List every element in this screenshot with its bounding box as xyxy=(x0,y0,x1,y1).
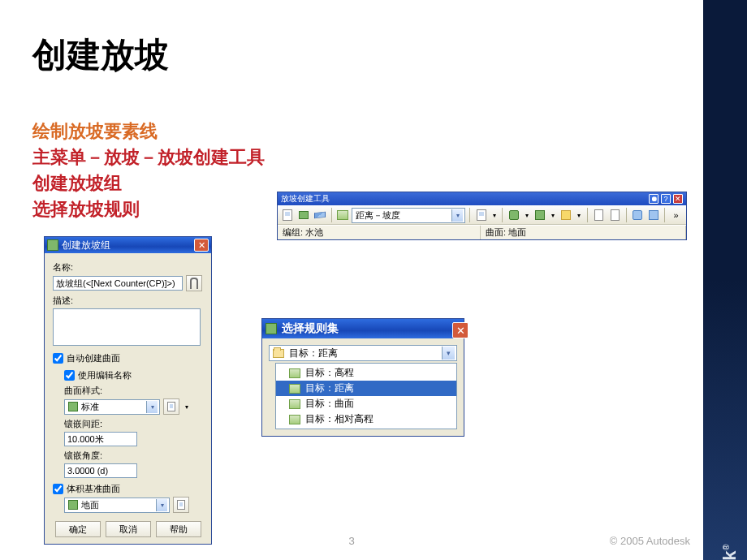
ruleset-item-selected[interactable]: 目标：距离 xyxy=(276,381,456,396)
auto-surface-check[interactable] xyxy=(53,353,63,364)
auto-surface-checkbox[interactable]: 自动创建曲面 xyxy=(53,352,203,364)
status-surface: 曲面: 地面 xyxy=(481,226,686,239)
tool-btn-6[interactable] xyxy=(608,208,622,222)
surface-style-label: 曲面样式: xyxy=(64,385,203,397)
tool-btn-7[interactable] xyxy=(631,208,645,222)
ruleset-item-label: 目标：曲面 xyxy=(305,397,354,411)
surface-style-combo[interactable]: 标准 ▾ xyxy=(64,399,160,415)
folder-icon xyxy=(273,349,284,358)
tool-btn-3[interactable] xyxy=(533,208,547,222)
use-edit-name-label: 使用编辑名称 xyxy=(78,369,132,381)
ruleset-item-label: 目标：高程 xyxy=(305,366,354,380)
close-icon[interactable]: ✕ xyxy=(194,239,209,252)
grading-tool-titlebar[interactable]: 放坡创建工具 ⏺ ? ✕ xyxy=(278,192,686,205)
brand-logo: Autodesk® xyxy=(719,544,741,560)
pin-icon[interactable]: ⏺ xyxy=(649,194,658,204)
picker-icon xyxy=(190,278,198,289)
chevron-down-icon[interactable]: ▾ xyxy=(451,209,463,222)
vol-base-value: 地面 xyxy=(81,499,99,511)
create-group-dialog: 创建放坡组 ✕ 名称: 描述: 自动创建曲面 使用编辑名称 曲面样式: 标准 ▾ xyxy=(44,236,212,545)
bullet-3: 创建放坡组 xyxy=(32,170,265,196)
ruleset-titlebar[interactable]: 选择规则集 xyxy=(262,319,464,338)
new-group-icon[interactable] xyxy=(281,208,295,222)
status-group-value: 水池 xyxy=(305,227,323,237)
ruleset-item[interactable]: 目标：高程 xyxy=(276,365,456,381)
brand-strip: Autodesk® xyxy=(703,0,747,560)
bullet-2: 主菜单－放坡－放坡创建工具 xyxy=(32,144,265,170)
page-number: 3 xyxy=(0,535,703,547)
ruleset-list[interactable]: 目标：高程 目标：距离 目标：曲面 目标：相对高程 xyxy=(275,363,457,429)
vol-base-label: 体积基准曲面 xyxy=(67,483,120,495)
angle-input[interactable] xyxy=(64,463,137,478)
surface-icon xyxy=(68,500,78,510)
angle-label: 镶嵌角度: xyxy=(64,450,203,462)
brand-name: Autodesk xyxy=(719,550,740,560)
ruleset-combo-value: 目标：距离 xyxy=(289,347,338,360)
ruleset-combo[interactable]: 目标：距离 ▾ xyxy=(269,345,457,361)
vol-base-combo[interactable]: 地面 ▾ xyxy=(64,498,170,513)
ruleset-item[interactable]: 目标：相对高程 xyxy=(276,411,456,427)
ruleset-icon xyxy=(266,323,277,334)
auto-surface-label: 自动创建曲面 xyxy=(67,352,120,364)
chevron-down-icon[interactable]: ▾ xyxy=(442,347,455,360)
dialog-title: 创建放坡组 xyxy=(62,239,110,252)
chevron-down-icon[interactable]: ▾ xyxy=(523,208,530,222)
close-icon[interactable]: ✕ xyxy=(452,322,468,338)
rule-icon xyxy=(289,415,300,424)
help-icon[interactable]: ? xyxy=(661,194,671,204)
desc-textarea[interactable] xyxy=(53,308,201,346)
slide-title: 创建放坡 xyxy=(32,32,169,78)
chevron-down-icon[interactable]: ▾ xyxy=(146,401,158,413)
rule-dropdown[interactable]: 距离－坡度 ▾ xyxy=(352,208,465,223)
desc-label: 描述: xyxy=(53,295,203,307)
chevron-down-icon[interactable]: ▾ xyxy=(156,499,167,511)
ruleset-item-label: 目标：距离 xyxy=(305,381,354,395)
grading-tool-window: 放坡创建工具 ⏺ ? ✕ 距离－坡度 ▾ ▾ ▾ ▾ ▾ » xyxy=(277,192,687,240)
tool-btn-8[interactable] xyxy=(646,208,660,222)
rule-icon xyxy=(289,399,300,409)
chevron-down-icon[interactable]: ▾ xyxy=(183,399,191,414)
close-icon[interactable]: ✕ xyxy=(673,194,683,204)
surface-icon[interactable] xyxy=(297,208,311,222)
rule-icon xyxy=(289,368,300,378)
use-edit-name-check[interactable] xyxy=(64,370,75,381)
tess-input[interactable] xyxy=(64,432,137,446)
style-icon xyxy=(68,402,78,411)
status-surface-label: 曲面: xyxy=(486,227,506,237)
pick-icon xyxy=(177,500,185,510)
vol-base-check[interactable] xyxy=(53,484,63,494)
vol-base-checkbox[interactable]: 体积基准曲面 xyxy=(53,483,203,495)
name-input[interactable] xyxy=(53,276,183,291)
bullet-4: 选择放坡规则 xyxy=(32,196,265,222)
grading-statusbar: 编组: 水池 曲面: 地面 xyxy=(278,225,686,239)
ruleset-icon[interactable] xyxy=(336,208,350,222)
style-edit-button[interactable] xyxy=(163,398,179,415)
status-group-label: 编组: xyxy=(283,227,303,237)
ruleset-title: 选择规则集 xyxy=(282,321,339,336)
ruleset-item[interactable]: 目标：曲面 xyxy=(276,396,456,411)
tool-btn-5[interactable] xyxy=(592,208,606,222)
edit-icon xyxy=(167,402,175,411)
rule-dropdown-value: 距离－坡度 xyxy=(356,209,400,222)
tool-btn-1[interactable] xyxy=(474,208,488,222)
copyright: © 2005 Autodesk xyxy=(610,535,690,547)
grading-tool-title: 放坡创建工具 xyxy=(281,193,330,205)
vol-base-pick-button[interactable] xyxy=(173,497,189,513)
tool-btn-4[interactable] xyxy=(559,208,573,222)
chevron-down-icon[interactable]: ▾ xyxy=(576,208,583,222)
ruleset-popup: 选择规则集 ✕ 目标：距离 ▾ 目标：高程 目标：距离 目标：曲面 目标：相对高… xyxy=(261,318,464,437)
tool-btn-2[interactable] xyxy=(507,208,520,222)
grading-toolbar: 距离－坡度 ▾ ▾ ▾ ▾ ▾ » xyxy=(278,205,686,225)
expand-icon[interactable]: » xyxy=(669,208,683,222)
chevron-down-icon[interactable]: ▾ xyxy=(549,208,556,222)
status-group: 编组: 水池 xyxy=(278,226,481,239)
name-picker-button[interactable] xyxy=(186,275,202,291)
use-edit-name-checkbox[interactable]: 使用编辑名称 xyxy=(64,369,203,381)
rule-icon xyxy=(289,384,300,394)
status-surface-value: 地面 xyxy=(508,227,526,237)
chevron-down-icon[interactable]: ▾ xyxy=(490,208,498,222)
dialog-titlebar[interactable]: 创建放坡组 ✕ xyxy=(45,237,211,253)
bullet-list: 绘制放坡要素线 主菜单－放坡－放坡创建工具 创建放坡组 选择放坡规则 xyxy=(32,118,265,222)
dialog-icon xyxy=(47,239,58,251)
layers-icon[interactable] xyxy=(313,208,327,222)
